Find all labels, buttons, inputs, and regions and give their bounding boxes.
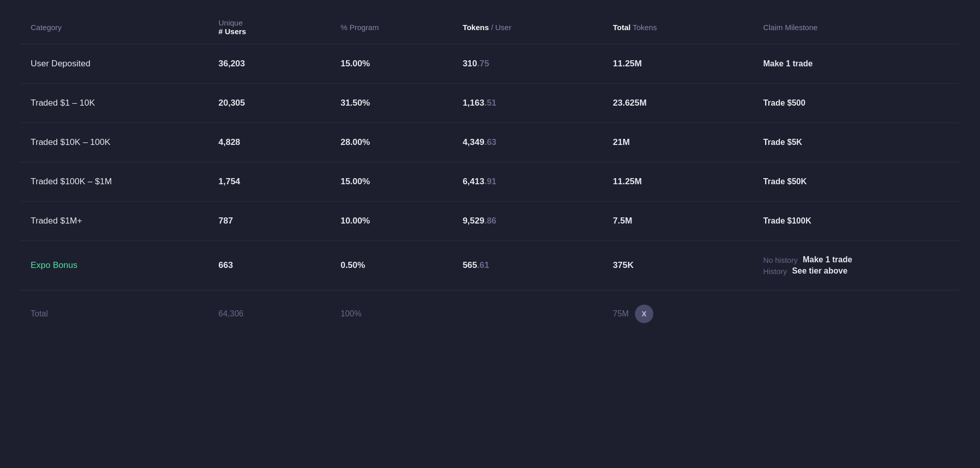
col-category: Category xyxy=(20,10,208,44)
col-tokens-user: Tokens / User xyxy=(452,10,602,44)
total-milestone-empty xyxy=(753,290,960,338)
milestone-expo-history: History See tier above xyxy=(763,266,949,276)
cell-program: 10.00% xyxy=(330,202,452,241)
cell-category: Traded $1M+ xyxy=(20,202,208,241)
table-row: User Deposited36,20315.00%310.7511.25MMa… xyxy=(20,44,960,84)
cell-total-tokens: 21M xyxy=(603,123,753,162)
table-header-row: Category Unique # Users % Program Tokens… xyxy=(20,10,960,44)
cell-program: 15.00% xyxy=(330,44,452,84)
cell-category: Traded $1 – 10K xyxy=(20,84,208,123)
cell-total-tokens: 11.25M xyxy=(603,44,753,84)
cell-total-tokens: 23.625M xyxy=(603,84,753,123)
total-tokens-value: 75M xyxy=(613,309,629,318)
cell-milestone: Trade $50K xyxy=(753,162,960,202)
total-users: 64,306 xyxy=(208,290,330,338)
history-label: History xyxy=(763,267,787,276)
cell-tokens-user: 565.61 xyxy=(452,241,602,290)
col-users: Unique # Users xyxy=(208,10,330,44)
cell-program: 0.50% xyxy=(330,241,452,290)
cell-program: 31.50% xyxy=(330,84,452,123)
cell-tokens-user: 9,529.86 xyxy=(452,202,602,241)
cell-milestone: No history Make 1 trade History See tier… xyxy=(753,241,960,290)
total-label: Total xyxy=(20,290,208,338)
cell-tokens-user: 310.75 xyxy=(452,44,602,84)
col-claim-milestone: Claim Milestone xyxy=(753,10,960,44)
cell-milestone: Trade $500 xyxy=(753,84,960,123)
cell-users: 36,203 xyxy=(208,44,330,84)
total-program: 100% xyxy=(330,290,452,338)
cell-total-tokens: 375K xyxy=(603,241,753,290)
cell-program: 15.00% xyxy=(330,162,452,202)
table-container: Category Unique # Users % Program Tokens… xyxy=(0,0,980,348)
total-tokens-user-empty xyxy=(452,290,602,338)
cell-users: 787 xyxy=(208,202,330,241)
cell-category: Traded $10K – 100K xyxy=(20,123,208,162)
cell-tokens-user: 6,413.91 xyxy=(452,162,602,202)
total-row: Total64,306100% 75M X xyxy=(20,290,960,338)
history-value: See tier above xyxy=(792,266,848,276)
cell-category: User Deposited xyxy=(20,44,208,84)
cell-users: 663 xyxy=(208,241,330,290)
cell-tokens-user: 4,349.63 xyxy=(452,123,602,162)
cell-category: Expo Bonus xyxy=(20,241,208,290)
no-history-value: Make 1 trade xyxy=(803,255,852,264)
cell-total-tokens: 11.25M xyxy=(603,162,753,202)
table-row: Traded $1 – 10K20,30531.50%1,163.5123.62… xyxy=(20,84,960,123)
cell-milestone: Trade $100K xyxy=(753,202,960,241)
col-program: % Program xyxy=(330,10,452,44)
cell-users: 20,305 xyxy=(208,84,330,123)
cell-category: Traded $100K – $1M xyxy=(20,162,208,202)
table-row: Traded $1M+78710.00%9,529.867.5MTrade $1… xyxy=(20,202,960,241)
cell-users: 4,828 xyxy=(208,123,330,162)
cell-users: 1,754 xyxy=(208,162,330,202)
cell-tokens-user: 1,163.51 xyxy=(452,84,602,123)
data-table: Category Unique # Users % Program Tokens… xyxy=(20,10,960,337)
table-row: Traded $10K – 100K4,82828.00%4,349.6321M… xyxy=(20,123,960,162)
cell-milestone: Make 1 trade xyxy=(753,44,960,84)
total-tokens-container: 75M X xyxy=(613,305,743,323)
milestone-expo: No history Make 1 trade History See tier… xyxy=(763,255,949,276)
table-row: Traded $100K – $1M1,75415.00%6,413.9111.… xyxy=(20,162,960,202)
x-badge: X xyxy=(635,305,653,323)
cell-milestone: Trade $5K xyxy=(753,123,960,162)
total-tokens: 75M X xyxy=(603,290,753,338)
table-row: Expo Bonus6630.50%565.61375K No history … xyxy=(20,241,960,290)
no-history-label: No history xyxy=(763,256,798,264)
milestone-expo-no-history: No history Make 1 trade xyxy=(763,255,949,264)
cell-program: 28.00% xyxy=(330,123,452,162)
cell-total-tokens: 7.5M xyxy=(603,202,753,241)
col-total-tokens: Total Tokens xyxy=(603,10,753,44)
